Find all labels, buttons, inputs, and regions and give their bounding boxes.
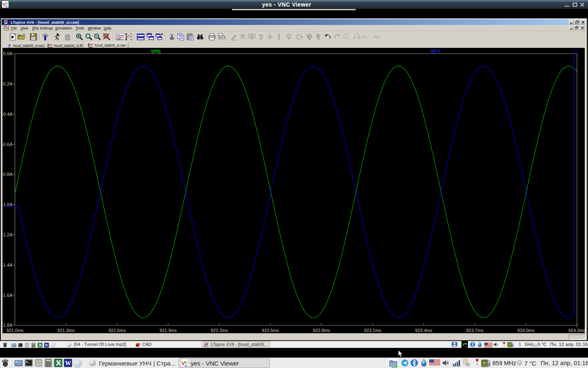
svg-text:W: W xyxy=(65,359,71,366)
svg-text:-1.4A: -1.4A xyxy=(2,263,13,267)
svg-text:-1.2A: -1.2A xyxy=(2,232,13,237)
svg-text:923.7ms: 923.7ms xyxy=(466,328,484,333)
svg-text:-1.6A: -1.6A xyxy=(2,293,13,298)
svg-text:c: c xyxy=(185,363,187,367)
svg-text:-0.6A: -0.6A xyxy=(2,142,13,147)
svg-text:∋: ∋ xyxy=(356,34,361,40)
svg-text:921.6ms: 921.6ms xyxy=(109,328,126,333)
svg-text:923.1ms: 923.1ms xyxy=(364,328,381,333)
svg-text:0.0A: 0.0A xyxy=(3,51,13,56)
svg-text:W: W xyxy=(45,343,49,347)
svg-text:-0.8A: -0.8A xyxy=(2,172,13,177)
svg-text:921.9ms: 921.9ms xyxy=(160,328,177,333)
svg-text:-0.4A: -0.4A xyxy=(2,112,13,117)
svg-text:c: c xyxy=(465,345,467,348)
svg-text:922.2ms: 922.2ms xyxy=(211,328,228,333)
svg-text:A: A xyxy=(251,35,253,38)
svg-text:I(R8): I(R8) xyxy=(151,49,160,54)
svg-text:.op: .op xyxy=(371,34,379,39)
svg-text:Aa: Aa xyxy=(361,34,367,40)
svg-text:924.0ms: 924.0ms xyxy=(517,328,535,333)
svg-text:-1.8A: -1.8A xyxy=(2,323,13,328)
svg-text:921.0ms: 921.0ms xyxy=(6,328,24,333)
svg-text:924.3ms: 924.3ms xyxy=(568,328,585,333)
svg-text:-0.2A: -0.2A xyxy=(2,81,13,86)
svg-text:923.4ms: 923.4ms xyxy=(415,328,432,333)
svg-text:Em: Em xyxy=(343,34,349,40)
svg-text:921.3ms: 921.3ms xyxy=(57,328,75,333)
svg-text:922.8ms: 922.8ms xyxy=(313,328,330,333)
svg-text:I(R7): I(R7) xyxy=(431,49,440,54)
svg-text:E: E xyxy=(353,34,356,40)
svg-text:922.5ms: 922.5ms xyxy=(262,328,279,333)
